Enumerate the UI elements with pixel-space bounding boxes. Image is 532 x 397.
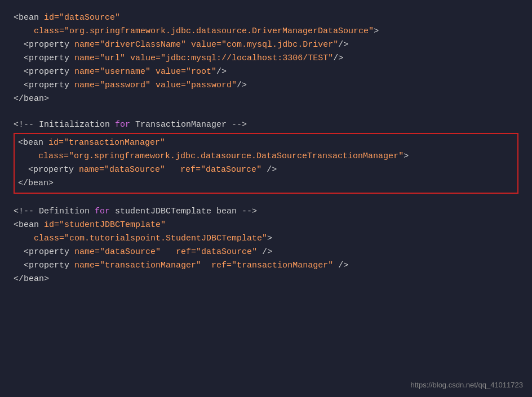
bean1-prop4-line: <property name="password" value="passwor… [14, 79, 518, 92]
watermark: https://blog.csdn.net/qq_41011723 [411, 380, 524, 391]
bean1-class-line: class="org.springframework.jdbc.datasour… [14, 25, 518, 38]
bean-datasource: <bean id="dataSource" class="org.springf… [14, 11, 518, 106]
bean1-close-line: </bean> [14, 92, 518, 106]
bean2-close-line: </bean> [18, 177, 514, 190]
bean3-close-line: </bean> [14, 273, 518, 286]
highlighted-bean-block: <bean id="transactionManager" class="org… [14, 133, 518, 194]
bean3-prop1-line: <property name="dataSource" ref="dataSou… [14, 246, 518, 259]
bean1-prop3-line: <property name="username" value="root"/> [14, 65, 518, 79]
bean3-class-line: class="com.tutorialspoint.StudentJDBCTem… [14, 232, 518, 246]
bean1-prop1-line: <property name="driverClassName" value="… [14, 38, 518, 52]
bean3-prop2-line: <property name="transactionManager" ref=… [14, 259, 518, 273]
comment1-line: <!-- Initialization for TransactionManag… [14, 118, 518, 132]
bean1-prop2-line: <property name="url" value="jdbc:mysql:/… [14, 52, 518, 65]
code-container: <bean id="dataSource" class="org.springf… [0, 0, 532, 397]
bean-studentjdbctemplate: <bean id="studentJDBCTemplate" class="co… [14, 218, 518, 286]
bean2-prop-line: <property name="dataSource" ref="dataSou… [18, 163, 514, 177]
bean3-open-line: <bean id="studentJDBCTemplate" [14, 218, 518, 232]
bean2-class-line: class="org.springframework.jdbc.datasour… [18, 150, 514, 163]
bean1-open-line: <bean id="dataSource" [14, 11, 518, 25]
bean2-open-line: <bean id="transactionManager" [18, 136, 514, 150]
comment2-line: <!-- Definition for studentJDBCTemplate … [14, 205, 518, 218]
